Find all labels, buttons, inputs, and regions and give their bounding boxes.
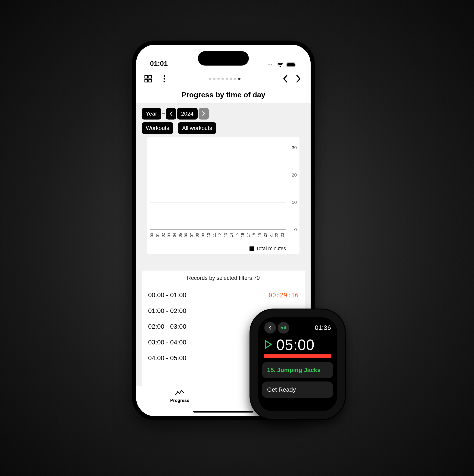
record-row[interactable]: 00:00 - 01:0000:29:16 [148,287,299,303]
svg-rect-6 [149,79,151,82]
wifi-icon [277,62,284,68]
x-tick: 13 [224,230,229,241]
svg-rect-1 [287,63,295,67]
year-prev-button[interactable] [166,108,176,119]
y-axis: 0102030 [287,142,297,230]
x-tick: 04 [173,230,179,241]
progress-icon [175,388,184,397]
watch-current-exercise[interactable]: 15. Jumping Jacks [262,362,333,378]
y-tick: 20 [292,172,297,178]
x-tick: 19 [258,230,264,241]
workouts-filter-row: Workouts All workouts [142,122,305,134]
x-tick: 07 [190,230,196,241]
dynamic-island [198,51,249,66]
watch-top-bar: 01:36 [262,321,333,336]
year-filter-row: Year 2024 [142,108,305,119]
status-right: •••• [268,62,297,68]
year-next-button[interactable] [198,108,209,119]
x-tick: 03 [167,230,173,241]
watch-timer-row: 05:00 [262,336,333,354]
y-tick: 30 [292,145,297,150]
legend-label: Total minutes [256,246,286,252]
watch-play-button[interactable] [264,340,274,350]
x-tick: 14 [229,230,235,241]
watch-frame: 01:36 05:00 15. Jumping Jacks Get Ready [250,309,345,419]
cellular-icon: •••• [268,63,274,67]
record-range: 04:00 - 05:00 [148,354,186,362]
toolbar [136,70,311,88]
legend-swatch-icon [249,246,254,251]
watch-time: 01:36 [315,324,331,331]
y-tick: 10 [292,200,297,205]
y-tick: 0 [294,227,297,232]
year-value-pill[interactable]: 2024 [177,108,198,119]
x-tick: 09 [201,230,207,241]
battery-icon [287,62,297,68]
workouts-label-pill[interactable]: Workouts [142,122,173,134]
home-indicator[interactable] [193,411,253,412]
page-title-bar: Progress by time of day [136,88,311,104]
svg-point-14 [183,392,184,393]
svg-rect-3 [145,75,147,78]
record-value: 00:29:16 [268,292,299,299]
prev-page-button[interactable] [280,74,290,84]
x-tick: 08 [195,230,201,241]
x-tick: 02 [161,230,167,241]
filter-area: Year 2024 Workouts All workouts [136,104,311,264]
watch-progress-bar[interactable] [264,354,331,358]
x-tick: 06 [184,230,190,241]
chart-legend: Total minutes [150,244,297,252]
watch-timer-value: 05:00 [276,336,314,354]
svg-point-10 [175,394,176,395]
chart-plot [150,142,286,230]
grid-icon[interactable] [143,74,153,84]
svg-point-11 [177,391,178,392]
chart-area: 0102030 00010203040506070809101112131415… [150,139,297,241]
next-page-button[interactable] [294,74,304,84]
more-vertical-icon[interactable] [159,74,169,84]
x-tick: 12 [218,230,224,241]
x-tick: 23 [280,230,286,241]
watch-back-button[interactable] [264,322,276,334]
svg-point-12 [179,393,180,394]
watch-next-label[interactable]: Get Ready [262,381,333,398]
record-range: 02:00 - 03:00 [148,323,186,330]
x-tick: 17 [246,230,252,241]
x-tick: 10 [207,230,212,241]
x-tick: 16 [241,230,246,241]
x-tick: 01 [156,230,162,241]
status-time: 01:01 [150,60,168,68]
svg-rect-5 [145,79,147,82]
chart-card: 0102030 00010203040506070809101112131415… [147,137,299,254]
tab-progress-label: Progress [170,398,189,403]
record-range: 01:00 - 02:00 [148,307,186,315]
page-indicator[interactable] [209,78,241,80]
record-range: 03:00 - 04:00 [148,339,186,346]
svg-point-13 [181,390,182,391]
records-header: Records by selected filters 70 [148,275,299,281]
x-axis: 0001020304050607080910111213141516171819… [150,230,286,241]
svg-point-9 [164,81,165,83]
svg-point-8 [164,78,165,80]
x-tick: 20 [263,230,269,241]
x-tick: 05 [179,230,184,241]
x-tick: 18 [252,230,258,241]
x-tick: 00 [150,230,156,241]
x-tick: 21 [269,230,275,241]
svg-rect-4 [149,75,151,78]
record-range: 00:00 - 01:00 [148,291,186,299]
svg-point-7 [164,75,165,77]
workouts-value-pill[interactable]: All workouts [178,122,216,134]
year-label-pill[interactable]: Year [142,108,161,119]
svg-rect-2 [295,64,296,66]
watch-screen: 01:36 05:00 15. Jumping Jacks Get Ready [258,317,337,411]
watch-sound-button[interactable] [278,322,289,334]
x-tick: 22 [275,230,280,241]
page-title: Progress by time of day [136,91,311,99]
x-tick: 11 [212,230,218,241]
x-tick: 15 [235,230,241,241]
